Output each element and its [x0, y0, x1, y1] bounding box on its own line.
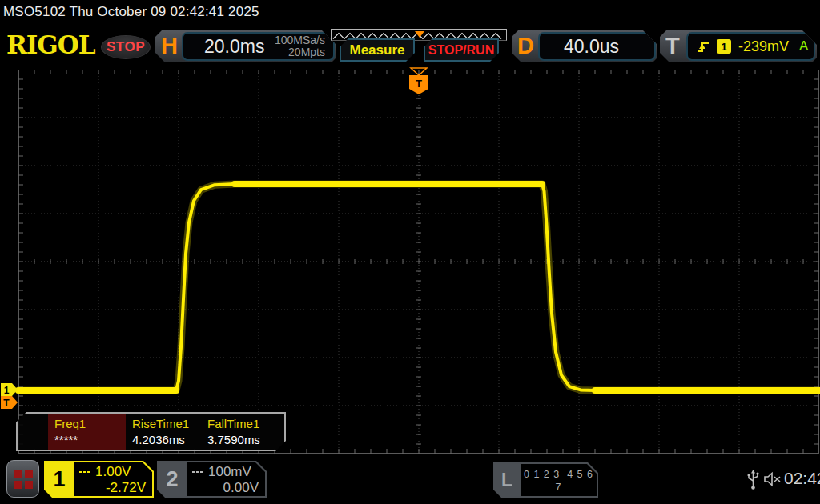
measurement-spacer: [18, 414, 48, 450]
ch1-marker-letter: 1: [4, 385, 10, 396]
status-clock: 02:42: [784, 469, 820, 488]
meas-value: 4.2036ms: [132, 432, 201, 447]
measurement-falltime1[interactable]: FallTime1 3.7590ms: [201, 414, 281, 450]
dc-coupling-icon: [79, 471, 91, 473]
logic-channels-box[interactable]: L 0 1 2 3 4 5 6 7 8 9 10 11 12 13 14 15: [493, 462, 598, 498]
channel-1-box[interactable]: 1 1.00V -2.72V: [44, 461, 154, 498]
meas-name: RiseTime1: [132, 416, 201, 432]
channel-2-offset: 0.00V: [192, 480, 259, 496]
meas-name: Freq1: [54, 416, 126, 432]
trigger-level-marker[interactable]: T: [1, 396, 18, 409]
dc-coupling-icon: [192, 471, 204, 473]
channel-1-number: 1: [44, 461, 74, 498]
measurement-panel: Freq1 ***** RiseTime1 4.2036ms FallTime1…: [16, 412, 286, 451]
menu-grid-icon: [14, 470, 33, 489]
channel-2-number: 2: [157, 461, 187, 498]
trigger-position-letter: T: [416, 78, 422, 90]
channel-2-box[interactable]: 2 100mV 0.00V: [157, 461, 267, 498]
meas-value: *****: [54, 432, 126, 447]
ch1-ground-marker[interactable]: 1: [1, 383, 18, 396]
sound-muted-icon[interactable]: [763, 471, 782, 487]
meas-name: FallTime1: [207, 416, 281, 432]
logic-row-0-7: 0 1 2 3 4 5 6 7: [521, 468, 597, 494]
trigger-level-letter: T: [3, 398, 10, 409]
logic-label: L: [493, 462, 521, 498]
meas-value: 3.7590ms: [207, 432, 281, 447]
usb-icon: [746, 470, 760, 490]
channel-1-scale: 1.00V: [95, 463, 131, 480]
channel-1-offset: -2.72V: [79, 480, 146, 496]
measurement-freq1[interactable]: Freq1 *****: [48, 414, 126, 450]
measurement-risetime1[interactable]: RiseTime1 4.2036ms: [126, 414, 201, 450]
channel-2-scale: 100mV: [208, 463, 251, 480]
graticule-grid: [18, 70, 819, 454]
menu-button[interactable]: [6, 460, 39, 498]
